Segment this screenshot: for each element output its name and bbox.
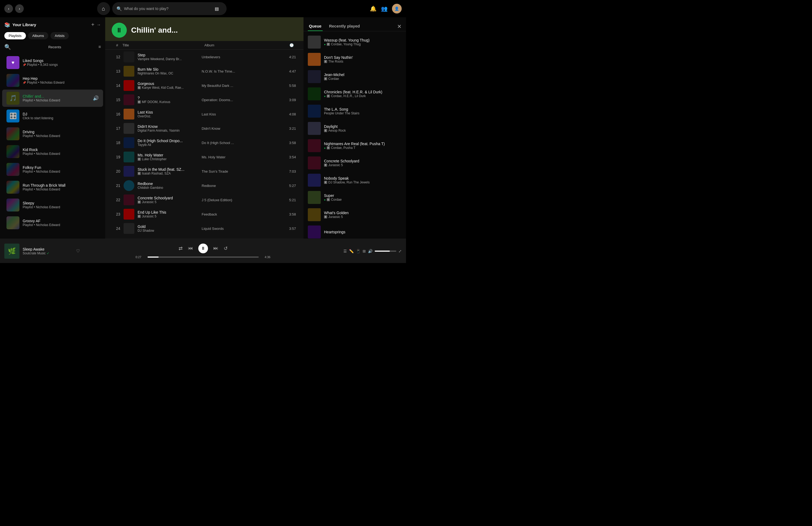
heart-button[interactable]: ♡ (76, 248, 80, 253)
next-button[interactable]: ⏭ (213, 246, 218, 251)
explicit-badge: E (327, 94, 330, 98)
list-item[interactable]: Heartsprings (304, 223, 406, 239)
dj-name: DJ (23, 112, 99, 116)
sidebar-item-chillin[interactable]: 🎵 Chillin' and... Playlist • Nicholas Ed… (2, 90, 103, 107)
track-artist: E Isaiah Rashad, SZA (137, 172, 185, 175)
pip-button[interactable]: ⊞ (363, 249, 366, 253)
queue-thumb (308, 174, 321, 187)
sidebar-item-hep-hep[interactable]: Hep Hep 📌 Playlist • Nicholas Edward (2, 72, 103, 89)
sidebar-search-button[interactable]: 🔍 (4, 44, 11, 50)
track-album: Redbone (202, 184, 280, 188)
queue-track-artist: E The Roots (324, 60, 402, 63)
friends-button[interactable]: 👥 (381, 5, 388, 12)
sidebar-item-driving[interactable]: Driving Playlist • Nicholas Edward (2, 125, 103, 143)
fullscreen-button[interactable]: ⤢ (398, 249, 402, 253)
track-name: Stuck in the Mud (feat. SZ... (137, 167, 185, 172)
tab-recently-played[interactable]: Recently played (328, 21, 361, 31)
table-row[interactable]: 15 ? E MF DOOM, Kurious Operation: Dooms… (106, 93, 302, 107)
sidebar-item-run-through[interactable]: Run Through a Brick Wall Playlist • Nich… (2, 178, 103, 196)
table-row[interactable]: 14 Gorgeous E Kanye West, Kid Cudi, Rae.… (106, 78, 302, 92)
list-item[interactable]: Nightmares Are Real (feat. Pusha T) ● E … (304, 137, 406, 154)
lyrics-button[interactable]: ✏️ (349, 249, 354, 253)
avatar[interactable]: 👤 (392, 4, 402, 14)
queue-thumb (308, 157, 321, 170)
search-input[interactable] (124, 6, 209, 11)
sidebar-item-liked-songs[interactable]: ♥ Liked Songs 📌 Playlist • 9,343 songs (2, 54, 103, 71)
add-playlist-button[interactable]: + (91, 21, 95, 28)
sidebar-items: ♥ Liked Songs 📌 Playlist • 9,343 songs H… (0, 52, 105, 239)
tab-queue[interactable]: Queue (308, 21, 323, 31)
repeat-button[interactable]: ↺ (223, 246, 228, 251)
list-item[interactable]: Daylight E Aesop Rock (304, 120, 406, 137)
back-button[interactable]: ‹ (4, 4, 13, 13)
search-icon: 🔍 (117, 6, 122, 11)
explicit-badge: E (137, 215, 141, 218)
list-item[interactable]: Wassup (feat. Young Thug) ● E Cordae, Yo… (304, 33, 406, 51)
table-row[interactable]: 13 Burn Me Slo Nightmares On Wax, OC N.O… (106, 64, 302, 78)
queue-thumb (308, 225, 321, 238)
filter-playlists[interactable]: Playlists (4, 32, 26, 39)
home-button[interactable]: ⌂ (97, 2, 110, 15)
filter-artists[interactable]: Artists (50, 32, 69, 39)
list-item[interactable]: What's Golden E Jurassic 5 (304, 206, 406, 223)
queue-track-name: Super (324, 193, 402, 198)
pause-button[interactable]: ⏸ (198, 244, 208, 253)
verified-icon: ✓ (47, 251, 49, 255)
notification-button[interactable]: 🔔 (370, 5, 377, 12)
progress-track[interactable] (148, 257, 259, 258)
shuffle-button[interactable]: ⇄ (178, 246, 183, 251)
queue-track-name: Chronicles (feat. H.E.R. & Lil Durk) (324, 90, 402, 94)
track-artist: E Jurassic 5 (137, 200, 173, 204)
volume-slider[interactable] (375, 251, 396, 252)
table-row[interactable]: 21 Redbone Childish Gambino Redbone 5:27 (106, 178, 302, 193)
sidebar-item-sleepy[interactable]: Sleepy Playlist • Nicholas Edward (2, 196, 103, 214)
sidebar-header: 📚 Your Library + → (0, 17, 105, 30)
sleepy-name: Sleepy (23, 201, 99, 205)
track-name: Burn Me Slo (137, 67, 173, 72)
list-item[interactable]: Concrete Schoolyard E Jurassic 5 (304, 154, 406, 172)
sidebar-item-kid-rock[interactable]: Kid Rock Playlist • Nicholas Edward (2, 143, 103, 160)
table-row[interactable]: 18 Do It (High School Dropo... Tayyib Al… (106, 136, 302, 150)
track-album: The Sun's Tirade (202, 170, 280, 173)
expand-library-button[interactable]: → (97, 21, 101, 28)
sidebar-list-toggle[interactable]: ≡ (99, 44, 101, 49)
list-item[interactable]: Chronicles (feat. H.E.R. & Lil Durk) ● E… (304, 85, 406, 102)
forward-button[interactable]: › (15, 4, 24, 13)
list-item[interactable]: Super ● E Cordae (304, 189, 406, 206)
queue-thumb (308, 139, 321, 152)
close-panel-button[interactable]: ✕ (397, 23, 402, 30)
track-artist: Digital Farm Animals, Yasmin (137, 129, 180, 132)
table-row[interactable]: 22 Concrete Schoolyard E Jurassic 5 J 5 … (106, 193, 302, 207)
playlist-play-button[interactable]: ⏸ (112, 23, 127, 38)
list-item[interactable]: Nobody Speak E DJ Shadow, Run The Jewels (304, 172, 406, 189)
queue-thumb (308, 53, 321, 66)
main-content: ⏸ Chillin' and... # Title Album 🕐 12 Ste… (105, 17, 304, 239)
browse-button[interactable]: ▤ (212, 3, 222, 14)
volume-button[interactable]: 🔊 (368, 249, 373, 253)
list-item[interactable]: Jean-Michel E Cordae (304, 68, 406, 85)
table-row[interactable]: 12 Step Vampire Weekend, Danny Br... Unb… (106, 50, 302, 64)
table-row[interactable]: 17 Didn't Know Digital Farm Animals, Yas… (106, 121, 302, 135)
table-row[interactable]: 16 Last Kiss OverDoz. Last Kiss 4:08 (106, 107, 302, 121)
connect-button[interactable]: 📱 (356, 249, 360, 253)
sidebar-item-folksy-fun[interactable]: Folksy Fun Playlist • Nicholas Edward (2, 161, 103, 178)
queue-view-button[interactable]: ☰ (344, 249, 347, 253)
explicit-badge: E (137, 158, 141, 161)
run-through-sub: Playlist • Nicholas Edward (23, 188, 99, 191)
sidebar-item-dj[interactable]: 🎛️ DJ Click to start listening (2, 107, 103, 125)
now-playing-title: Sleep Awake (23, 247, 73, 251)
sidebar-item-groovy-af[interactable]: Groovy AF Playlist • Nicholas Edward (2, 214, 103, 231)
list-item[interactable]: Don't Say Nuthin' E The Roots (304, 51, 406, 68)
filter-albums[interactable]: Albums (28, 32, 48, 39)
driving-thumb (6, 127, 19, 140)
track-thumb (124, 94, 134, 105)
track-duration: 4:47 (280, 69, 296, 73)
table-row[interactable]: 23 End Up Like This E Jurassic 5 Feedbac… (106, 207, 302, 221)
list-item[interactable]: The L.A. Song People Under The Stairs (304, 102, 406, 120)
table-row[interactable]: 19 Ms. Holy Water E Luke Christopher Ms.… (106, 150, 302, 164)
table-row[interactable]: 20 Stuck in the Mud (feat. SZ... E Isaia… (106, 164, 302, 178)
queue-track-artist: ● E Cordae (324, 198, 402, 202)
previous-button[interactable]: ⏮ (188, 246, 193, 251)
queue-track-name: Nightmares Are Real (feat. Pusha T) (324, 142, 402, 146)
table-row[interactable]: 24 Gold DJ Shadow Liquid Swords 3:57 (106, 221, 302, 235)
